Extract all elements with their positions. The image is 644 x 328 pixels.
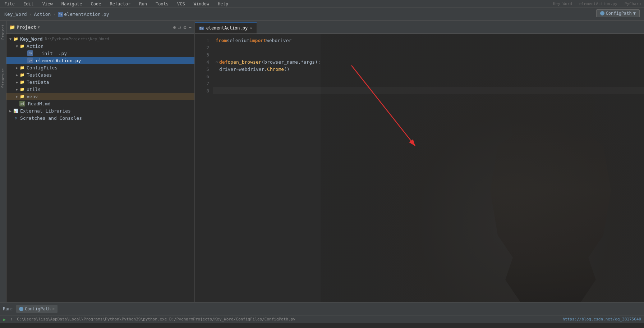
project-label: Project xyxy=(17,24,36,30)
readme-md-icon: md xyxy=(19,101,25,106)
action-folder-icon: 📁 xyxy=(19,43,25,49)
tree-item-testdata[interactable]: ▶ 📁 TestData xyxy=(6,78,194,86)
project-tree: ▼ 📁 Key_Word D:\PycharmProjects\Key_Word… xyxy=(6,34,194,302)
file-icon: py xyxy=(58,12,63,17)
root-label: Key_Word xyxy=(20,36,43,42)
token-dot: . xyxy=(264,67,267,72)
testdata-label: TestData xyxy=(27,79,49,85)
token-args: *args xyxy=(301,59,315,65)
testcases-label: TestCases xyxy=(27,72,52,78)
minimize-icon[interactable]: − xyxy=(189,24,192,30)
menu-help[interactable]: Help xyxy=(216,1,230,7)
run-tab-close-icon[interactable]: × xyxy=(52,306,55,311)
tree-item-readme[interactable]: ▶ md ReadM.md xyxy=(6,100,194,107)
tree-item-utils[interactable]: ▶ 📁 Utils xyxy=(6,86,194,93)
menu-window[interactable]: Window xyxy=(192,1,211,7)
config-path-label: ConfigPath xyxy=(606,11,632,16)
code-line-6 xyxy=(213,73,644,80)
tree-item-ext-libs[interactable]: ▶ 📊 External Libraries xyxy=(6,107,194,114)
token-paren-open: ( xyxy=(261,59,264,65)
folder-icon: 📁 xyxy=(9,24,15,30)
venv-label: venv xyxy=(27,94,38,99)
code-area[interactable]: 1 2 3 4 5 6 7 8 from selenium import web… xyxy=(195,34,644,302)
code-line-5: ⊝ driver = webdriver . Chrome () xyxy=(213,65,644,73)
tree-item-action[interactable]: ▼ 📁 Action xyxy=(6,42,194,50)
editor-tab-element-action[interactable]: py elementAction.py × xyxy=(195,22,257,33)
sidebar-tab-project[interactable]: Project xyxy=(0,21,6,43)
menu-run[interactable]: Run xyxy=(138,1,148,7)
menu-navigate[interactable]: Navigate xyxy=(60,1,84,7)
token-open-browser: open_browser xyxy=(228,59,262,65)
tree-item-element-action[interactable]: ▶ py elementAction.py xyxy=(6,57,194,64)
line-num-3: 3 xyxy=(195,51,213,58)
config-path-button[interactable]: ConfigPath ▼ xyxy=(596,9,640,17)
action-label: Action xyxy=(27,44,43,49)
code-line-2 xyxy=(213,44,644,51)
token-driver: driver xyxy=(219,67,236,72)
settings-icon[interactable]: ⚙ xyxy=(183,24,186,30)
line-num-2: 2 xyxy=(195,44,213,51)
init-label: __init__.py xyxy=(36,51,67,56)
code-line-4: ⊝ def open_browser ( browser_name , *arg… xyxy=(213,58,644,65)
menu-bar: File Edit View Navigate Code Refactor Ru… xyxy=(0,0,644,8)
root-folder-icon: 📁 xyxy=(13,36,19,42)
tab-close-icon[interactable]: × xyxy=(250,26,252,31)
run-config-name: ConfigPath xyxy=(25,306,51,311)
tree-item-testcases[interactable]: ▶ 📁 TestCases xyxy=(6,71,194,78)
project-header: 📁 Project ▼ ⊕ ⇄ ⚙ − xyxy=(6,21,194,34)
menu-refactor[interactable]: Refactor xyxy=(108,1,132,7)
line-num-5: 5 xyxy=(195,65,213,73)
menu-edit[interactable]: Edit xyxy=(22,1,35,7)
tab-filename: elementAction.py xyxy=(206,26,248,31)
chevron-down-icon: ▼ xyxy=(633,11,636,16)
tree-item-venv[interactable]: ▶ 📁 venv xyxy=(6,93,194,100)
tree-item-scratches[interactable]: ▶ ⊙ Scratches and Consoles xyxy=(6,114,194,122)
menu-vcs[interactable]: VCS xyxy=(176,1,187,7)
init-py-icon: py xyxy=(27,50,33,56)
status-up-icon: ↑ xyxy=(10,317,13,322)
tree-root[interactable]: ▼ 📁 Key_Word D:\PycharmProjects\Key_Word xyxy=(6,35,194,42)
config-arrow: ▶ xyxy=(14,66,19,70)
tree-item-init[interactable]: ▶ py __init__.py xyxy=(6,50,194,57)
element-label: elementAction.py xyxy=(36,58,81,63)
sidebar-tab-structure[interactable]: Structure xyxy=(0,65,6,91)
fold-icon-4[interactable]: ⊝ xyxy=(216,60,218,64)
token-parens: () xyxy=(284,67,290,72)
code-line-1: from selenium import webdriver xyxy=(213,37,644,44)
ext-label: External Libraries xyxy=(20,108,71,114)
run-play-icon[interactable]: ▶ xyxy=(3,316,6,322)
breadcrumb-file[interactable]: elementAction.py xyxy=(64,12,109,17)
venv-folder-icon: 📁 xyxy=(19,94,25,99)
main-layout: Project Structure 📁 Project ▼ ⊕ ⇄ ⚙ − ▼ … xyxy=(0,21,644,302)
testcases-arrow: ▶ xyxy=(14,73,19,77)
breadcrumb-sep-2: › xyxy=(53,12,56,17)
token-webdriver: webdriver xyxy=(266,38,291,43)
breadcrumb-sep-1: › xyxy=(29,12,32,17)
collapse-icon[interactable]: ⇄ xyxy=(178,24,181,30)
breadcrumb-project[interactable]: Key_Word xyxy=(4,12,27,17)
menu-view[interactable]: View xyxy=(41,1,54,7)
menu-tools[interactable]: Tools xyxy=(154,1,170,7)
line-num-8: 8 xyxy=(195,87,213,94)
token-def: def xyxy=(219,59,227,65)
breadcrumb-folder[interactable]: Action xyxy=(34,12,51,17)
ext-arrow: ▶ xyxy=(8,109,13,113)
project-panel: 📁 Project ▼ ⊕ ⇄ ⚙ − ▼ 📁 Key_Word D:\Pych… xyxy=(6,21,195,302)
token-paren-close: ): xyxy=(315,59,321,65)
root-path: D:\PycharmProjects\Key_Word xyxy=(45,37,109,41)
editor-tabs: py elementAction.py × xyxy=(195,21,644,34)
sync-icon[interactable]: ⊕ xyxy=(173,24,176,30)
run-config-tab[interactable]: ConfigPath × xyxy=(16,305,58,313)
status-path: C:\Users\lisq\AppData\Local\Programs\Pyt… xyxy=(17,317,558,322)
status-link[interactable]: https://blog.csdn.net/qq_38175040 xyxy=(562,317,641,322)
config-label: ConfigFiles xyxy=(27,65,58,70)
testdata-folder-icon: 📁 xyxy=(19,79,25,85)
menu-file[interactable]: File xyxy=(3,1,16,7)
code-line-8 xyxy=(213,87,644,94)
code-content[interactable]: from selenium import webdriver ⊝ def ope… xyxy=(213,34,644,302)
token-webdriver-2: webdriver xyxy=(239,67,264,72)
menu-code[interactable]: Code xyxy=(89,1,103,7)
code-line-7 xyxy=(213,80,644,87)
project-title: 📁 Project ▼ xyxy=(9,24,170,30)
tree-item-configfiles[interactable]: ▶ 📁 ConfigFiles xyxy=(6,64,194,71)
